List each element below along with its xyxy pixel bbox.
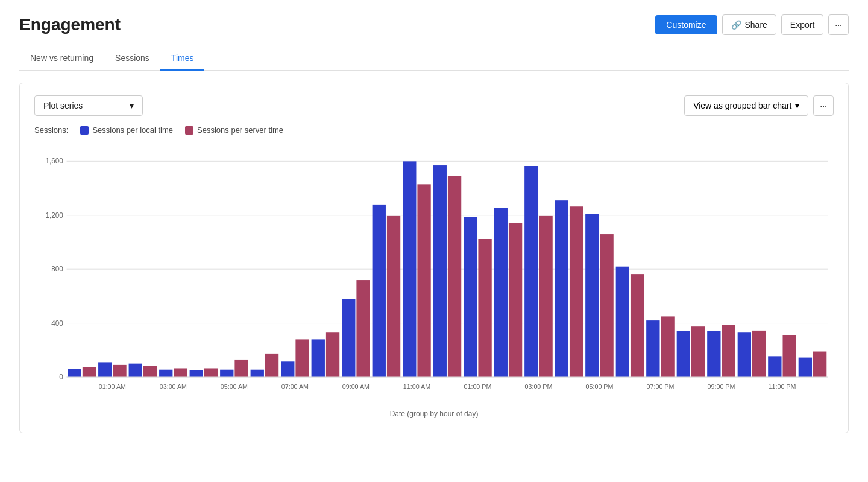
svg-rect-27: [281, 361, 294, 377]
svg-text:05:00 AM: 05:00 AM: [221, 383, 248, 390]
svg-rect-48: [539, 216, 552, 377]
legend-dot-local: [80, 126, 89, 135]
svg-rect-61: [691, 326, 705, 377]
svg-rect-57: [646, 320, 659, 377]
svg-text:03:00 AM: 03:00 AM: [160, 383, 187, 390]
tab-new-vs-returning[interactable]: New vs returning: [19, 47, 104, 71]
svg-rect-32: [342, 299, 355, 377]
svg-rect-63: [722, 325, 735, 377]
svg-rect-52: [585, 214, 599, 377]
svg-rect-31: [326, 332, 339, 377]
svg-text:01:00 AM: 01:00 AM: [99, 383, 126, 390]
svg-rect-46: [509, 223, 522, 377]
chart-view-controls: View as grouped bar chart ▾ ···: [684, 95, 834, 116]
svg-rect-22: [220, 370, 233, 377]
svg-rect-28: [295, 339, 309, 377]
chart-toolbar: Plot series ▾ View as grouped bar chart …: [34, 95, 834, 116]
chevron-down-icon: ▾: [130, 101, 134, 110]
svg-rect-42: [464, 217, 477, 377]
svg-rect-11: [83, 367, 96, 377]
svg-rect-26: [265, 354, 278, 377]
svg-rect-33: [356, 280, 370, 377]
svg-rect-36: [387, 216, 400, 377]
legend-item-local: Sessions per local time: [80, 125, 173, 135]
bar-chart-svg: 04008001,2001,60001:00 AM03:00 AM05:00 A…: [34, 142, 834, 407]
legend-dot-server: [185, 126, 193, 135]
svg-rect-15: [129, 364, 142, 377]
chart-container: Plot series ▾ View as grouped bar chart …: [19, 83, 849, 433]
svg-rect-66: [752, 331, 766, 377]
svg-rect-41: [448, 176, 461, 377]
svg-text:400: 400: [51, 319, 63, 327]
svg-rect-50: [555, 200, 568, 377]
header-actions: Customize 🔗 Share Export ···: [655, 14, 849, 35]
svg-text:1,600: 1,600: [46, 157, 64, 165]
svg-text:11:00 PM: 11:00 PM: [769, 383, 796, 390]
svg-text:07:00 PM: 07:00 PM: [647, 383, 675, 390]
svg-rect-68: [782, 335, 796, 377]
page-title: Engagement: [19, 15, 121, 34]
svg-rect-67: [768, 356, 781, 377]
plot-series-select[interactable]: Plot series ▾: [34, 95, 143, 116]
svg-text:800: 800: [51, 265, 63, 273]
svg-rect-70: [799, 358, 812, 377]
more-button[interactable]: ···: [828, 14, 849, 35]
view-as-grouped-bar-chart-button[interactable]: View as grouped bar chart ▾: [684, 95, 808, 116]
svg-rect-16: [143, 366, 157, 377]
legend-item-server: Sessions per server time: [185, 125, 283, 135]
svg-rect-18: [174, 368, 187, 377]
svg-rect-35: [373, 205, 386, 377]
svg-rect-47: [524, 166, 538, 377]
legend-label-server: Sessions per server time: [197, 125, 283, 135]
tab-times[interactable]: Times: [160, 47, 205, 71]
svg-text:09:00 AM: 09:00 AM: [342, 383, 370, 390]
legend: Sessions: Sessions per local time Sessio…: [34, 125, 834, 135]
svg-rect-58: [661, 316, 674, 377]
svg-rect-23: [234, 360, 248, 377]
svg-rect-37: [403, 161, 416, 377]
svg-text:09:00 PM: 09:00 PM: [708, 383, 735, 390]
svg-rect-55: [616, 267, 629, 377]
svg-rect-12: [98, 362, 112, 377]
chevron-down-icon: ▾: [795, 101, 799, 110]
svg-rect-21: [204, 368, 218, 377]
svg-text:07:00 AM: 07:00 AM: [281, 383, 309, 390]
svg-rect-53: [600, 234, 613, 377]
svg-rect-40: [433, 165, 447, 377]
svg-text:1,200: 1,200: [46, 211, 64, 220]
legend-label-local: Sessions per local time: [92, 125, 173, 135]
svg-rect-30: [312, 339, 325, 377]
customize-button[interactable]: Customize: [655, 15, 717, 34]
svg-rect-25: [251, 370, 264, 377]
svg-rect-20: [190, 370, 203, 377]
svg-rect-51: [570, 206, 583, 377]
chart-more-button[interactable]: ···: [813, 95, 834, 116]
svg-rect-17: [159, 370, 172, 377]
svg-text:01:00 PM: 01:00 PM: [464, 383, 491, 390]
svg-rect-65: [738, 332, 751, 377]
svg-rect-60: [677, 331, 690, 377]
svg-text:05:00 PM: 05:00 PM: [586, 383, 614, 390]
link-icon: 🔗: [731, 20, 741, 30]
svg-text:03:00 PM: 03:00 PM: [525, 383, 553, 390]
svg-rect-71: [813, 352, 826, 377]
svg-text:0: 0: [59, 373, 63, 381]
svg-rect-43: [478, 239, 491, 377]
svg-rect-62: [707, 331, 720, 377]
x-axis-label: Date (group by hour of day): [34, 410, 834, 418]
tab-sessions[interactable]: Sessions: [104, 47, 160, 71]
svg-rect-10: [68, 369, 81, 377]
svg-rect-13: [113, 365, 126, 377]
share-button[interactable]: 🔗 Share: [722, 14, 776, 35]
header: Engagement Customize 🔗 Share Export ···: [19, 14, 849, 35]
tabs: New vs returning Sessions Times: [19, 47, 849, 71]
chart-area: 04008001,2001,60001:00 AM03:00 AM05:00 A…: [34, 142, 834, 418]
svg-rect-38: [417, 184, 430, 377]
svg-rect-56: [631, 274, 644, 377]
svg-text:11:00 AM: 11:00 AM: [403, 383, 430, 390]
svg-rect-45: [494, 208, 508, 377]
page: Engagement Customize 🔗 Share Export ··· …: [0, 0, 868, 448]
legend-prefix: Sessions:: [34, 125, 68, 135]
export-button[interactable]: Export: [781, 14, 823, 35]
